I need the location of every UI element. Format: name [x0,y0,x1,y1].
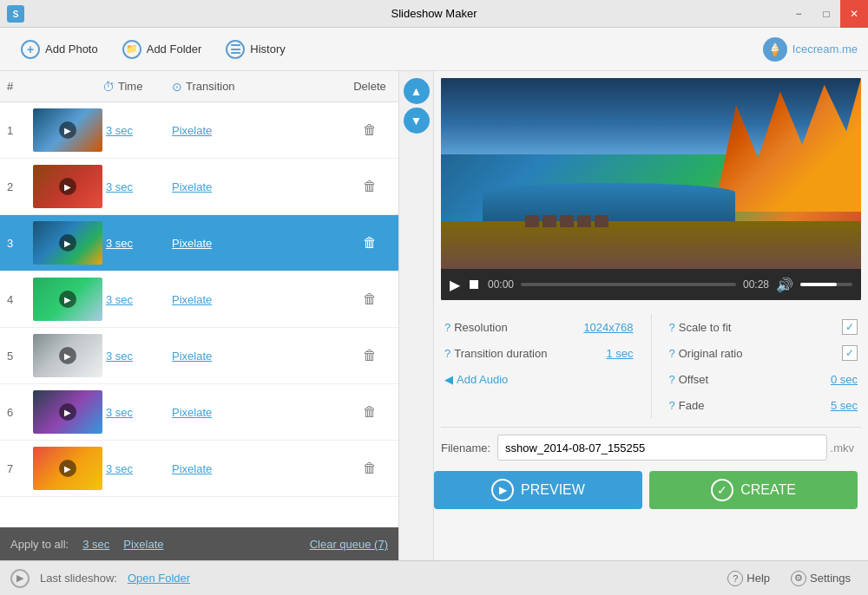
transition-duration-help-icon[interactable]: ? [444,347,450,360]
titlebar-controls: − □ ✕ [785,0,868,28]
col-hash-header: # [7,80,33,93]
original-ratio-row: ? Original ratio ✓ [669,340,858,366]
statusbar-open-folder-link[interactable]: Open Folder [128,572,190,585]
slide-delete-button[interactable]: 🗑 [348,235,391,251]
slide-delete-button[interactable]: 🗑 [348,461,391,476]
scale-to-fit-checkbox[interactable]: ✓ [842,319,858,335]
slide-delete-button[interactable]: 🗑 [348,122,391,138]
col-transition-header: ⊙ Transition [172,80,348,94]
maximize-button[interactable]: □ [812,0,840,28]
slide-item[interactable]: 7 ▶ 3 sec Pixelate 🗑 [0,441,398,497]
slide-transition-link[interactable]: Pixelate [172,293,348,306]
apply-bar-label: Apply to all: [10,538,69,551]
offset-value[interactable]: 0 sec [831,373,858,386]
apply-time-link[interactable]: 3 sec [82,538,109,551]
chair-5 [595,215,608,227]
slide-time-link[interactable]: 3 sec [102,124,172,137]
original-ratio-checkbox[interactable]: ✓ [842,345,858,361]
fade-value[interactable]: 5 sec [831,399,858,412]
slide-item[interactable]: 5 ▶ 3 sec Pixelate 🗑 [0,328,398,384]
slide-item[interactable]: 6 ▶ 3 sec Pixelate 🗑 [0,384,398,441]
slide-item[interactable]: 3 ▶ 3 sec Pixelate 🗑 [0,215,398,271]
thumb-play-icon: ▶ [59,403,76,421]
slide-delete-button[interactable]: 🗑 [348,179,391,194]
offset-help-icon[interactable]: ? [669,373,675,386]
preview-button[interactable]: ▶ PREVIEW [434,471,642,509]
list-controls: ▲ ▼ [399,71,434,560]
add-photo-button[interactable]: + Add Photo [10,35,108,64]
slide-delete-button[interactable]: 🗑 [348,404,391,420]
fade-row: ? Fade 5 sec [669,392,858,418]
stop-button[interactable]: ⏹ [467,277,481,292]
volume-bar[interactable] [800,283,852,286]
scene-chairs [525,199,714,227]
slide-time-link[interactable]: 3 sec [102,406,172,419]
settings-button[interactable]: ⚙ Settings [784,567,858,590]
move-up-button[interactable]: ▲ [404,78,430,104]
move-down-button[interactable]: ▼ [404,108,430,134]
thumb-play-icon: ▶ [59,178,76,195]
add-folder-button[interactable]: 📁 Add Folder [112,35,213,64]
fade-help-icon[interactable]: ? [669,399,675,412]
scale-to-fit-label: Scale to fit [679,321,732,334]
clear-queue-link[interactable]: Clear queue (7) [310,538,388,551]
slide-transition-link[interactable]: Pixelate [172,406,348,419]
add-audio-button[interactable]: Add Audio [457,373,508,386]
scale-help-icon[interactable]: ? [669,321,675,334]
slide-item[interactable]: 4 ▶ 3 sec Pixelate 🗑 [0,271,398,328]
right-panel: ▶ ⏹ 00:00 00:28 🔊 ? Resolution 10 [434,71,868,560]
resolution-help-icon[interactable]: ? [444,321,450,334]
slide-transition-link[interactable]: Pixelate [172,462,348,475]
slide-time-link[interactable]: 3 sec [102,293,172,306]
create-button[interactable]: ✓ CREATE [649,471,858,509]
window-title: Slideshow Maker [391,7,477,20]
settings-right-col: ? Scale to fit ✓ ? Original ratio ✓ ? Of… [669,314,858,418]
icecream-label: Icecream.me [792,42,858,56]
progress-bar[interactable] [521,283,736,286]
slide-time-link[interactable]: 3 sec [102,350,172,363]
left-panel: # ⏱ Time ⊙ Transition Delete 1 ▶ [0,71,434,560]
slide-delete-button[interactable]: 🗑 [348,291,391,307]
volume-button[interactable]: 🔊 [776,277,793,293]
transition-duration-value[interactable]: 1 sec [606,347,633,360]
add-photo-label: Add Photo [45,42,98,56]
slide-item[interactable]: 2 ▶ 3 sec Pixelate 🗑 [0,159,398,215]
offset-label: Offset [679,373,708,386]
settings-icon: ⚙ [791,571,806,586]
slide-time-link[interactable]: 3 sec [102,237,172,250]
slide-number: 7 [7,462,33,475]
minimize-button[interactable]: − [785,0,812,28]
history-button[interactable]: ☰ History [215,35,295,64]
resolution-value[interactable]: 1024x768 [583,321,633,334]
slide-delete-button[interactable]: 🗑 [348,348,391,363]
transition-icon: ⊙ [172,80,182,94]
create-check-icon: ✓ [711,479,733,501]
slide-transition-link[interactable]: Pixelate [172,180,348,193]
add-audio-help-icon[interactable]: ◀ [444,373,453,386]
volume-fill [800,283,837,286]
play-button[interactable]: ▶ [450,277,460,293]
apply-transition-link[interactable]: Pixelate [123,538,163,551]
slide-thumbnail: ▶ [33,108,102,152]
help-button[interactable]: ? Help [720,567,777,590]
slide-time-link[interactable]: 3 sec [102,180,172,193]
slide-transition-link[interactable]: Pixelate [172,124,348,137]
slide-transition-link[interactable]: Pixelate [172,350,348,363]
help-icon: ? [727,571,743,586]
slide-thumbnail: ▶ [33,278,102,321]
divider-1 [441,427,861,428]
slide-item[interactable]: 1 ▶ 3 sec Pixelate 🗑 [0,102,398,159]
icecream-link[interactable]: 🍦 Icecream.me [763,37,858,62]
history-icon: ☰ [226,40,245,59]
filename-input[interactable] [497,435,826,461]
thumb-play-icon: ▶ [59,234,76,252]
filename-extension: .mkv [831,441,854,454]
close-button[interactable]: ✕ [840,0,868,28]
settings-divider [651,314,652,418]
slide-transition-link[interactable]: Pixelate [172,237,348,250]
scene-ground [441,221,861,269]
slide-time-link[interactable]: 3 sec [102,462,172,475]
ratio-help-icon[interactable]: ? [669,347,675,360]
settings-label: Settings [810,572,851,585]
slide-number: 3 [7,237,33,250]
